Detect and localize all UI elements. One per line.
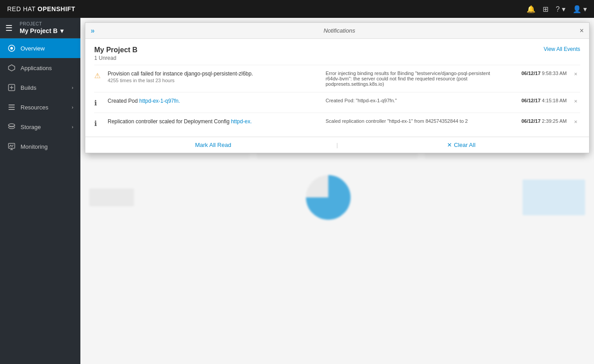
notification-sub-text-0: 4255 times in the last 23 hours — [108, 78, 317, 83]
sidebar-item-applications[interactable]: Applications — [0, 58, 80, 78]
info-icon-2: ℹ — [94, 119, 103, 128]
resources-arrow-icon: › — [72, 105, 73, 110]
svg-point-1 — [10, 47, 13, 50]
notifications-title: Notifications — [99, 27, 580, 34]
notification-detail-2: Scaled replication controller "httpd-ex-… — [321, 118, 500, 124]
sidebar-item-label-builds: Builds — [21, 84, 36, 91]
view-all-events-link[interactable]: View All Events — [544, 46, 580, 52]
sidebar: ☰ Project My Project B ▾ Overview Applic… — [0, 18, 80, 364]
notification-row-warning: ⚠ Provision call failed for instance dja… — [94, 65, 580, 92]
notifications-arrows-icon: » — [91, 27, 95, 35]
notification-content-warning: Provision call failed for instance djang… — [108, 71, 317, 83]
sidebar-nav: Overview Applications Builds › Resources… — [0, 38, 80, 364]
httpd-ex-link[interactable]: httpd-ex. — [231, 118, 252, 125]
notifications-unread-count: 1 Unread — [94, 55, 138, 61]
storage-arrow-icon: › — [72, 125, 73, 130]
project-name[interactable]: My Project B ▾ — [20, 27, 73, 34]
project-dropdown-icon[interactable]: ▾ — [60, 27, 63, 34]
clear-all-x-icon: ✕ — [447, 142, 452, 148]
notification-main-text-0: Provision call failed for instance djang… — [108, 71, 317, 77]
project-label: Project — [20, 21, 73, 26]
notifications-header: » Notifications × — [85, 23, 589, 39]
notifications-footer: Mark All Read | ✕Clear All — [85, 137, 589, 153]
sidebar-item-storage[interactable]: Storage › — [0, 117, 80, 137]
notification-dismiss-1[interactable]: × — [571, 98, 580, 105]
notification-row-info-1: ℹ Created Pod httpd-ex-1-q97fn. Created … — [94, 92, 580, 113]
svg-rect-7 — [8, 107, 15, 108]
builds-arrow-icon: › — [72, 85, 73, 90]
resources-icon — [7, 103, 16, 112]
notifications-project-title: My Project B — [94, 46, 138, 54]
created-pod-link[interactable]: httpd-ex-1-q97fn. — [139, 98, 180, 104]
sidebar-item-label-overview: Overview — [21, 45, 45, 52]
info-icon-1: ℹ — [94, 99, 103, 107]
user-menu-icon[interactable]: 👤 ▾ — [573, 5, 587, 13]
svg-point-9 — [8, 124, 15, 126]
sidebar-item-overview[interactable]: Overview — [0, 38, 80, 58]
notification-content-info-1: Created Pod httpd-ex-1-q97fn. — [108, 98, 317, 105]
mark-all-read-button[interactable]: Mark All Read — [94, 142, 332, 148]
builds-icon — [7, 83, 16, 92]
nav-icons: 🔔 ⊞ ? ▾ 👤 ▾ — [527, 5, 587, 13]
notification-detail-0: Error injecting binding results for Bind… — [321, 71, 500, 87]
notifications-close-button[interactable]: × — [580, 27, 584, 35]
notification-row-info-2: ℹ Replication controller scaled for Depl… — [94, 113, 580, 133]
notification-main-text-2: Replication controller scaled for Deploy… — [108, 118, 317, 125]
applications-icon — [7, 63, 16, 72]
svg-rect-8 — [8, 109, 15, 110]
overview-icon — [7, 44, 16, 53]
sidebar-item-label-resources: Resources — [21, 104, 48, 111]
sidebar-item-label-monitoring: Monitoring — [21, 143, 48, 150]
sidebar-item-resources[interactable]: Resources › — [0, 97, 80, 117]
footer-separator: | — [336, 142, 338, 148]
notification-detail-1: Created Pod: "httpd-ex-1-q97fn." — [321, 98, 500, 103]
brand-logo: RED HAT OPENSHIFT — [7, 5, 527, 13]
notifications-panel: » Notifications × My Project B 1 Unread … — [85, 22, 590, 153]
menu-toggle-icon[interactable]: ☰ — [5, 23, 13, 33]
grid-icon[interactable]: ⊞ — [543, 5, 548, 13]
warning-icon: ⚠ — [94, 71, 103, 80]
notification-content-info-2: Replication controller scaled for Deploy… — [108, 118, 317, 126]
top-navigation: RED HAT OPENSHIFT 🔔 ⊞ ? ▾ 👤 ▾ — [0, 0, 594, 18]
sidebar-item-label-storage: Storage — [21, 124, 41, 130]
monitoring-icon — [7, 142, 16, 151]
notification-dismiss-0[interactable]: × — [571, 71, 580, 77]
help-icon[interactable]: ? ▾ — [556, 5, 565, 13]
storage-icon — [7, 122, 16, 131]
clear-all-button[interactable]: ✕Clear All — [343, 142, 580, 148]
sidebar-item-label-applications: Applications — [21, 65, 52, 71]
notification-timestamp-1: 06/12/17 4:15:18 AM — [504, 98, 567, 103]
svg-rect-6 — [8, 105, 15, 105]
notification-main-text-1: Created Pod httpd-ex-1-q97fn. — [108, 98, 317, 104]
notification-dismiss-2[interactable]: × — [571, 118, 580, 125]
notifications-bell-icon[interactable]: 🔔 — [527, 5, 535, 13]
main-content: » Notifications × My Project B 1 Unread … — [80, 18, 594, 364]
svg-marker-2 — [8, 65, 15, 71]
sidebar-item-builds[interactable]: Builds › — [0, 78, 80, 97]
notification-timestamp-2: 06/12/17 2:39:25 AM — [504, 118, 567, 124]
notification-timestamp-0: 06/12/17 9:58:33 AM — [504, 71, 567, 76]
sidebar-item-monitoring[interactable]: Monitoring — [0, 137, 80, 156]
notifications-body: My Project B 1 Unread View All Events ⚠ … — [85, 39, 589, 133]
